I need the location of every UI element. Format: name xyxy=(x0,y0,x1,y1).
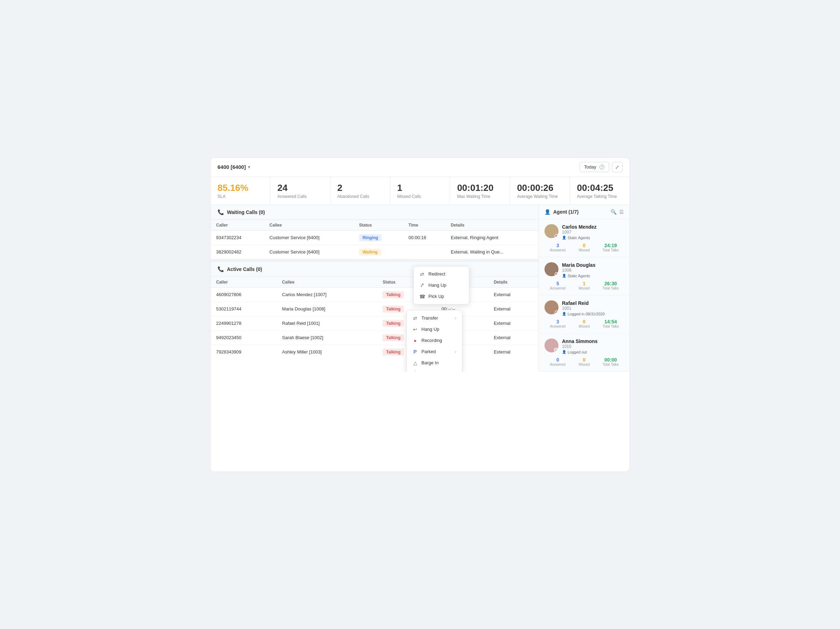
context-transfer[interactable]: ⇄ Transfer › xyxy=(407,312,462,324)
active-table: Caller Callee Status Time Details 460902… xyxy=(210,277,538,359)
menu-icon[interactable]: ☰ xyxy=(619,209,624,215)
context-parked[interactable]: P Parked › xyxy=(407,346,462,357)
waiting-context-menu: ⇄ Redirect ↩ Hang Up ☎ Pick Up xyxy=(414,266,469,304)
active-table-wrapper: Caller Callee Status Time Details 460902… xyxy=(210,277,538,359)
agent-name: Carlos Mendez xyxy=(562,224,624,230)
table-row[interactable]: 7928343909 Ashley Miller [1003] Talking … xyxy=(210,345,538,359)
agent-ext: 1001 xyxy=(562,306,624,311)
agent-ext: 1010 xyxy=(562,344,624,349)
stat-answered: 24 Answered Calls xyxy=(270,177,330,205)
context-pickup[interactable]: ☎ Pick Up xyxy=(414,291,469,302)
agent-panel-title: 👤 Agent (1/7) xyxy=(545,209,578,215)
table-row[interactable]: 5302119744 Maria Douglas [1008] Talking … xyxy=(210,302,538,316)
agent-type: 👤 Logged out xyxy=(562,350,624,354)
waiting-section-title: Waiting Calls (0) xyxy=(227,210,265,215)
stat-sla: 85.16% SLA xyxy=(210,177,270,205)
hangup-active-label: Hang Up xyxy=(422,326,439,332)
avatar xyxy=(545,224,559,238)
agent-stat-missed: 0 Missed xyxy=(571,357,598,366)
active-col-details: Details xyxy=(488,277,538,288)
main-area: 📞 Waiting Calls (0) Caller Callee Status… xyxy=(210,205,630,372)
status-badge: Talking xyxy=(382,334,404,341)
agent-stat-talks: 00:00 Total Talks xyxy=(597,357,624,366)
active-col-callee: Callee xyxy=(276,277,377,288)
stat-avg-talk-label: Average Talking Time xyxy=(577,194,622,199)
clock-icon: 🕐 xyxy=(599,164,605,170)
active-context-menu: ⇄ Transfer › ↩ Hang Up ● Recording xyxy=(406,310,462,372)
details-cell: External, Waiting in Que... xyxy=(445,245,538,259)
agent-answered-label: Answered xyxy=(545,325,571,328)
hangup-waiting-label: Hang Up xyxy=(428,282,446,288)
status-cell: Waiting xyxy=(354,245,403,259)
avatar: ✕ xyxy=(545,339,559,352)
fullscreen-icon: ⤢ xyxy=(615,164,619,170)
stat-abandoned-value: 2 xyxy=(338,183,383,193)
context-barge-in[interactable]: △ Barge In xyxy=(407,357,462,369)
agent-stat-talks: 26:30 Total Talks xyxy=(597,281,624,290)
waiting-section-header: 📞 Waiting Calls (0) xyxy=(210,205,538,220)
agent-answered-value: 3 xyxy=(545,243,571,248)
agent-talks-value: 26:30 xyxy=(597,281,624,286)
table-row[interactable]: 9492023450 Sarah Blaese [1002] Talking 0… xyxy=(210,330,538,345)
agent-type-label: Logged out xyxy=(568,350,587,354)
queue-title[interactable]: 6400 [6400] ▾ xyxy=(218,164,250,170)
active-table-header-row: Caller Callee Status Time Details xyxy=(210,277,538,288)
agent-icon: 👤 xyxy=(545,209,550,215)
agent-type-label: Logged in 08/31/2020 xyxy=(568,312,605,316)
table-row[interactable]: 4609027806 Carlos Mendez [1007] Talking … xyxy=(210,287,538,302)
agent-card: Carlos Mendez 1007 👤 Static Agents 3 Ans… xyxy=(539,219,630,257)
context-recording[interactable]: ● Recording xyxy=(407,335,462,346)
agent-card: ✕ Anna Simmons 1010 👤 Logged out 0 Answe… xyxy=(539,334,630,372)
redirect-icon: ⇄ xyxy=(419,271,425,277)
stat-missed: 1 Missed Calls xyxy=(390,177,450,205)
redirect-label: Redirect xyxy=(428,271,445,277)
transfer-icon: ⇄ xyxy=(412,315,418,321)
caller-cell: 2249901278 xyxy=(210,316,276,330)
stats-bar: 85.16% SLA 24 Answered Calls 2 Abandoned… xyxy=(210,177,630,205)
context-listen[interactable]: 🎧 Listen xyxy=(407,369,462,372)
main-container: 6400 [6400] ▾ Today 🕐 ⤢ 85.16% SLA 24 An… xyxy=(210,157,630,472)
fullscreen-button[interactable]: ⤢ xyxy=(612,162,622,172)
recording-icon: ● xyxy=(412,338,418,343)
stat-missed-label: Missed Calls xyxy=(397,194,443,199)
callee-cell: Sarah Blaese [1002] xyxy=(276,330,377,345)
stat-avg-talk: 00:04:25 Average Talking Time xyxy=(570,177,630,205)
context-redirect[interactable]: ⇄ Redirect xyxy=(414,268,469,280)
stat-avg-wait-label: Average Waiting Time xyxy=(517,194,562,199)
phone-waiting-icon: 📞 xyxy=(218,209,224,215)
pickup-icon: ☎ xyxy=(419,294,425,299)
date-label: Today xyxy=(584,164,596,170)
agent-panel-actions: 🔍 ☰ xyxy=(611,209,624,215)
agent-talks-label: Total Talks xyxy=(597,248,624,252)
avatar xyxy=(545,300,559,314)
caller-cell: 9347302234 xyxy=(210,230,264,245)
active-section-title: Active Calls (0) xyxy=(227,266,262,272)
details-cell: External xyxy=(488,316,538,330)
phone-active-icon: 📞 xyxy=(218,266,224,273)
agent-type-icon: 👤 xyxy=(562,274,566,277)
hangup-waiting-icon: ↩ xyxy=(418,281,426,289)
table-row[interactable]: 2249901278 Rafael Reid [1001] Talking 00… xyxy=(210,316,538,330)
table-row[interactable]: 3829002482 Customer Service [6400] Waiti… xyxy=(210,245,538,259)
waiting-table-wrapper: Caller Callee Status Time Details 934730… xyxy=(210,220,538,259)
agent-type-label: Static Agents xyxy=(568,236,590,240)
caller-cell: 7928343909 xyxy=(210,345,276,359)
table-row[interactable]: 9347302234 Customer Service [6400] Ringi… xyxy=(210,230,538,245)
stat-avg-talk-value: 00:04:25 xyxy=(577,183,622,193)
status-badge: Ringing xyxy=(359,234,382,241)
agent-talks-label: Total Talks xyxy=(597,286,624,290)
context-hangup-waiting[interactable]: ↩ Hang Up xyxy=(414,280,469,291)
section-separator xyxy=(210,259,538,262)
search-icon[interactable]: 🔍 xyxy=(611,209,617,215)
listen-icon: 🎧 xyxy=(412,371,418,372)
queue-name: 6400 [6400] xyxy=(218,164,246,170)
context-hangup-active[interactable]: ↩ Hang Up xyxy=(407,324,462,335)
date-picker[interactable]: Today 🕐 xyxy=(579,162,609,172)
agent-details: Rafael Reid 1001 👤 Logged in 08/31/2020 xyxy=(562,300,624,316)
agent-missed-value: 0 xyxy=(571,243,598,248)
agent-info: Carlos Mendez 1007 👤 Static Agents xyxy=(545,224,624,240)
right-panel: 👤 Agent (1/7) 🔍 ☰ Carlos Mendez 1007 👤 xyxy=(538,205,630,372)
transfer-label: Transfer xyxy=(422,315,438,321)
agent-answered-value: 3 xyxy=(545,319,571,325)
agent-stat-missed: 0 Missed xyxy=(571,319,598,328)
